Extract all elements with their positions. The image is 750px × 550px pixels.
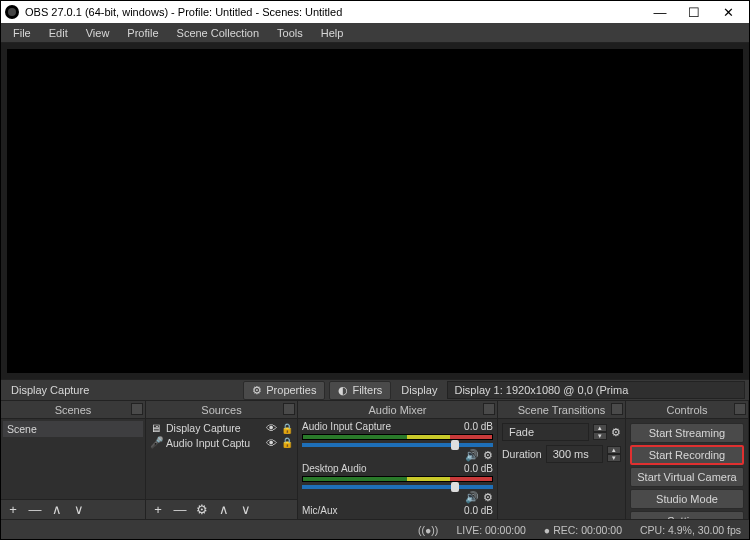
start-streaming-button[interactable]: Start Streaming bbox=[630, 423, 744, 443]
scenes-title: Scenes bbox=[55, 404, 92, 416]
properties-button[interactable]: Properties bbox=[243, 381, 325, 400]
source-add-button[interactable]: + bbox=[150, 502, 166, 518]
broadcast-icon: ((●)) bbox=[418, 524, 438, 536]
controls-title: Controls bbox=[667, 404, 708, 416]
menu-file[interactable]: File bbox=[5, 25, 39, 41]
sources-title: Sources bbox=[201, 404, 241, 416]
down-icon[interactable]: ▾ bbox=[593, 432, 607, 440]
status-cpu: CPU: 4.9%, 30.00 fps bbox=[640, 524, 741, 536]
menu-profile[interactable]: Profile bbox=[119, 25, 166, 41]
preview-area bbox=[1, 43, 749, 379]
menu-view[interactable]: View bbox=[78, 25, 118, 41]
settings-button[interactable]: Settings bbox=[630, 511, 744, 519]
audio-meter bbox=[302, 476, 493, 482]
scene-up-button[interactable]: ∧ bbox=[49, 502, 65, 518]
scenes-popout-icon[interactable] bbox=[131, 403, 143, 415]
menu-tools[interactable]: Tools bbox=[269, 25, 311, 41]
scene-add-button[interactable]: + bbox=[5, 502, 21, 518]
mixer-popout-icon[interactable] bbox=[483, 403, 495, 415]
duration-input[interactable]: 300 ms bbox=[546, 445, 603, 463]
source-up-button[interactable]: ∧ bbox=[216, 502, 232, 518]
display-label: Display bbox=[395, 384, 443, 396]
source-label: Audio Input Captu bbox=[166, 437, 250, 449]
transitions-title: Scene Transitions bbox=[518, 404, 605, 416]
menu-edit[interactable]: Edit bbox=[41, 25, 76, 41]
volume-slider[interactable] bbox=[302, 485, 493, 489]
maximize-button[interactable]: ☐ bbox=[677, 1, 711, 23]
source-label: Display Capture bbox=[166, 422, 241, 434]
filters-icon: ◐ bbox=[338, 384, 348, 397]
up-icon[interactable]: ▴ bbox=[607, 446, 621, 454]
statusbar: ((●)) LIVE: 00:00:00 ● REC: 00:00:00 CPU… bbox=[1, 519, 749, 539]
visibility-icon[interactable]: 👁 bbox=[266, 422, 277, 434]
menu-scene-collection[interactable]: Scene Collection bbox=[169, 25, 268, 41]
source-item[interactable]: 🖥 Display Capture 👁 🔒 bbox=[148, 421, 295, 435]
record-icon: ● bbox=[544, 524, 550, 536]
mixer-channel-name: Desktop Audio bbox=[302, 463, 367, 474]
start-recording-button[interactable]: Start Recording bbox=[630, 445, 744, 465]
mixer-settings-icon[interactable]: ⚙ bbox=[483, 449, 493, 462]
sources-dock: Sources 🖥 Display Capture 👁 🔒 🎤 Audio In… bbox=[146, 401, 298, 519]
down-icon[interactable]: ▾ bbox=[607, 454, 621, 462]
obs-window: OBS 27.0.1 (64-bit, windows) - Profile: … bbox=[0, 0, 750, 540]
scene-remove-button[interactable]: — bbox=[27, 502, 43, 518]
mixer-channel-name: Mic/Aux bbox=[302, 505, 338, 516]
transitions-popout-icon[interactable] bbox=[611, 403, 623, 415]
obs-logo-icon bbox=[5, 5, 19, 19]
display-icon: 🖥 bbox=[150, 422, 162, 434]
status-live: LIVE: 00:00:00 bbox=[456, 524, 525, 536]
minimize-button[interactable]: — bbox=[643, 1, 677, 23]
titlebar: OBS 27.0.1 (64-bit, windows) - Profile: … bbox=[1, 1, 749, 23]
scene-down-button[interactable]: ∨ bbox=[71, 502, 87, 518]
window-title: OBS 27.0.1 (64-bit, windows) - Profile: … bbox=[25, 6, 342, 18]
sources-popout-icon[interactable] bbox=[283, 403, 295, 415]
source-down-button[interactable]: ∨ bbox=[238, 502, 254, 518]
selected-source-label: Display Capture bbox=[5, 384, 95, 396]
visibility-icon[interactable]: 👁 bbox=[266, 437, 277, 449]
transitions-dock: Scene Transitions Fade ▴▾ Duration 300 m… bbox=[498, 401, 626, 519]
lock-icon[interactable]: 🔒 bbox=[281, 437, 293, 448]
preview-canvas[interactable] bbox=[7, 49, 743, 373]
mixer-channel-db: 0.0 dB bbox=[464, 463, 493, 474]
close-button[interactable]: ✕ bbox=[711, 1, 745, 23]
source-toolbar: Display Capture Properties ◐Filters Disp… bbox=[1, 379, 749, 401]
menubar: File Edit View Profile Scene Collection … bbox=[1, 23, 749, 43]
start-virtual-camera-button[interactable]: Start Virtual Camera bbox=[630, 467, 744, 487]
duration-label: Duration bbox=[502, 448, 542, 460]
controls-dock: Controls Start Streaming Start Recording… bbox=[626, 401, 749, 519]
controls-popout-icon[interactable] bbox=[734, 403, 746, 415]
docks: Scenes Scene + — ∧ ∨ Sources 🖥 Display C… bbox=[1, 401, 749, 519]
audio-meter bbox=[302, 434, 493, 440]
transition-settings-icon[interactable] bbox=[611, 426, 621, 439]
source-item[interactable]: 🎤 Audio Input Captu 👁 🔒 bbox=[148, 435, 295, 450]
source-settings-button[interactable]: ⚙ bbox=[194, 502, 210, 518]
speaker-icon[interactable]: 🔊 bbox=[465, 491, 479, 504]
display-select[interactable]: Display 1: 1920x1080 @ 0,0 (Prima bbox=[447, 381, 745, 399]
mic-icon: 🎤 bbox=[150, 436, 162, 449]
mixer-channel-name: Audio Input Capture bbox=[302, 421, 391, 432]
menu-help[interactable]: Help bbox=[313, 25, 352, 41]
mixer-channel-db: 0.0 dB bbox=[464, 505, 493, 516]
up-icon[interactable]: ▴ bbox=[593, 424, 607, 432]
mixer-settings-icon[interactable]: ⚙ bbox=[483, 491, 493, 504]
scenes-dock: Scenes Scene + — ∧ ∨ bbox=[1, 401, 146, 519]
audio-mixer-dock: Audio Mixer Audio Input Capture0.0 dB 🔊⚙… bbox=[298, 401, 498, 519]
transition-select[interactable]: Fade bbox=[502, 423, 589, 441]
studio-mode-button[interactable]: Studio Mode bbox=[630, 489, 744, 509]
mixer-title: Audio Mixer bbox=[368, 404, 426, 416]
filters-button[interactable]: ◐Filters bbox=[329, 381, 391, 400]
lock-icon[interactable]: 🔒 bbox=[281, 423, 293, 434]
mixer-channel-db: 0.0 dB bbox=[464, 421, 493, 432]
speaker-icon[interactable]: 🔊 bbox=[465, 449, 479, 462]
scene-item[interactable]: Scene bbox=[3, 421, 143, 437]
source-remove-button[interactable]: — bbox=[172, 502, 188, 518]
status-rec: REC: 00:00:00 bbox=[553, 524, 622, 536]
gear-icon bbox=[252, 384, 262, 397]
volume-slider[interactable] bbox=[302, 443, 493, 447]
